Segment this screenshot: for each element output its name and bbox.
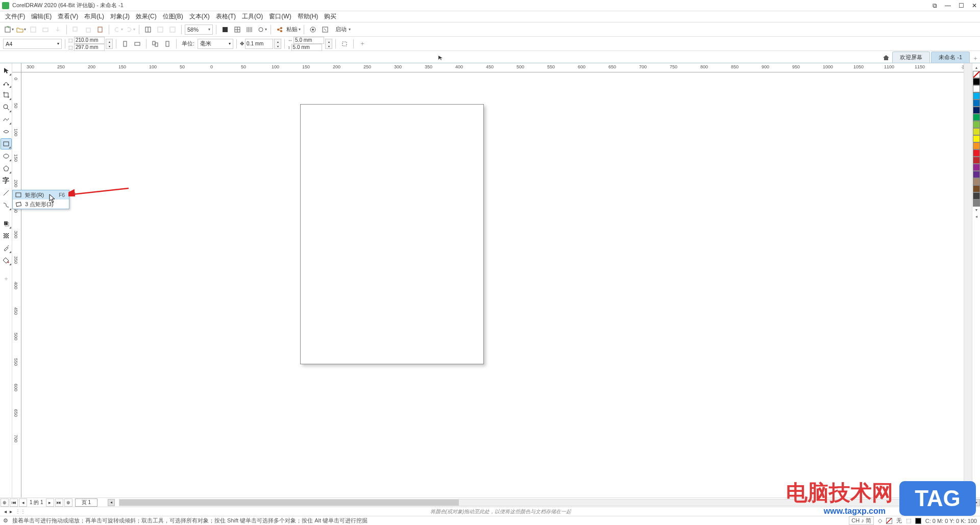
color-swatch[interactable] bbox=[973, 114, 980, 121]
color-swatch[interactable] bbox=[973, 185, 980, 192]
zoom-level-field[interactable]: 58%▾ bbox=[185, 24, 213, 35]
tab-untitled[interactable]: 未命名 -1 bbox=[931, 52, 970, 63]
search-button[interactable] bbox=[142, 24, 154, 35]
color-swatch[interactable] bbox=[973, 99, 980, 107]
import-button[interactable] bbox=[167, 24, 178, 35]
options-button[interactable] bbox=[307, 24, 318, 35]
color-swatch[interactable] bbox=[973, 78, 980, 85]
first-page-button[interactable]: ⏮ bbox=[10, 498, 18, 507]
fill-none-swatch[interactable] bbox=[886, 518, 892, 524]
color-swatch[interactable] bbox=[973, 142, 980, 149]
nudge-field[interactable]: 0.1 mm bbox=[245, 39, 273, 49]
dup-y-field[interactable]: 5.0 mm bbox=[291, 44, 322, 51]
polygon-tool[interactable] bbox=[1, 163, 12, 174]
page-1-tab[interactable]: 页 1 bbox=[75, 498, 97, 507]
color-swatch[interactable] bbox=[973, 85, 980, 92]
fill-tool[interactable] bbox=[1, 255, 12, 266]
fullscreen-button[interactable] bbox=[219, 24, 231, 35]
current-page-button[interactable] bbox=[162, 38, 173, 49]
rectangle-tool[interactable] bbox=[1, 138, 12, 149]
flyout-3point-rectangle[interactable]: 3 点矩形(3) bbox=[13, 199, 69, 209]
color-swatch[interactable] bbox=[973, 149, 980, 157]
export-button[interactable] bbox=[52, 24, 63, 35]
add-button[interactable]: ＋ bbox=[357, 38, 368, 49]
undo-button[interactable]: ▾ bbox=[112, 24, 124, 35]
menu-tools[interactable]: 工具(O) bbox=[239, 11, 266, 22]
palette-up-arrow[interactable]: ▴ bbox=[975, 65, 977, 70]
color-swatch[interactable] bbox=[973, 157, 980, 164]
crop-tool[interactable] bbox=[1, 89, 12, 101]
color-swatch[interactable] bbox=[973, 192, 980, 199]
tab-add-button[interactable]: ＋ bbox=[971, 54, 980, 63]
parallel-dim-tool[interactable] bbox=[1, 187, 12, 198]
paste-group[interactable]: 粘贴 ▾ bbox=[286, 26, 301, 33]
drop-shadow-tool[interactable] bbox=[1, 218, 12, 229]
prev-page-button[interactable]: ◂ bbox=[19, 498, 27, 507]
share-button[interactable] bbox=[274, 24, 285, 35]
add-page-before-button[interactable]: ⊕ bbox=[1, 498, 9, 507]
lang-indicator[interactable]: CH ♪ 简 bbox=[849, 516, 874, 525]
restore-window-icon[interactable]: ⧉ bbox=[931, 2, 938, 9]
next-page-button[interactable]: ▸ bbox=[46, 498, 54, 507]
quick-customize[interactable]: ＋ bbox=[1, 273, 12, 284]
dup-x-field[interactable]: 5.0 mm bbox=[293, 37, 324, 44]
cut-button[interactable] bbox=[82, 24, 93, 35]
no-color-swatch[interactable] bbox=[973, 71, 980, 78]
minimize-window-icon[interactable]: — bbox=[944, 2, 951, 9]
page-width-field[interactable]: 210.0 mm bbox=[74, 37, 105, 44]
table-button[interactable] bbox=[155, 24, 166, 35]
horizontal-ruler[interactable]: 毫米 3002502001501005005010015020025030035… bbox=[21, 63, 972, 72]
dup-spinner[interactable]: ▴▾ bbox=[325, 39, 332, 49]
text-tool[interactable]: 字 bbox=[1, 175, 12, 186]
shape-tool[interactable] bbox=[1, 77, 12, 88]
ellipse-tool[interactable] bbox=[1, 151, 12, 162]
color-swatch[interactable] bbox=[973, 135, 980, 142]
dimension-spinner[interactable]: ▴▾ bbox=[106, 39, 113, 49]
unit-select[interactable]: 毫米 bbox=[198, 39, 233, 49]
menu-edit[interactable]: 编辑(E) bbox=[28, 11, 55, 22]
page-size-preset[interactable]: A4 bbox=[3, 39, 62, 49]
pick-tool-icon[interactable] bbox=[436, 53, 445, 62]
start-button[interactable]: 启动 ▾ bbox=[332, 24, 354, 35]
snap-button[interactable]: ▾ bbox=[256, 24, 267, 35]
grid-button[interactable] bbox=[232, 24, 243, 35]
connector-tool[interactable] bbox=[1, 199, 12, 211]
print-button[interactable] bbox=[40, 24, 51, 35]
tab-welcome[interactable]: 欢迎屏幕 bbox=[892, 52, 930, 63]
drag-handle-icon[interactable]: ⋮⋮ bbox=[15, 509, 26, 514]
last-page-button[interactable]: ⏭ bbox=[55, 498, 63, 507]
color-swatch[interactable] bbox=[973, 199, 980, 207]
all-pages-button[interactable] bbox=[150, 38, 161, 49]
pick-tool[interactable] bbox=[1, 65, 12, 76]
color-swatch[interactable] bbox=[973, 92, 980, 99]
vertical-ruler[interactable]: 0501001502002503003504004505005506006507… bbox=[12, 72, 21, 497]
scroll-left-button[interactable]: ◂ bbox=[108, 499, 115, 506]
arrow-icon-right[interactable]: ▸ bbox=[10, 509, 12, 514]
add-page-after-button[interactable]: ⊕ bbox=[64, 498, 72, 507]
flyout-rectangle[interactable]: 矩形(R) F6 bbox=[13, 190, 69, 199]
color-swatch[interactable] bbox=[973, 128, 980, 135]
open-doc-button[interactable]: ▾ bbox=[15, 24, 27, 35]
color-swatch[interactable] bbox=[973, 171, 980, 178]
portrait-button[interactable] bbox=[119, 38, 131, 49]
page-height-field[interactable]: 297.0 mm bbox=[74, 44, 105, 51]
menu-view[interactable]: 查看(V) bbox=[55, 11, 81, 22]
color-swatch[interactable] bbox=[973, 164, 980, 171]
new-doc-button[interactable]: ▾ bbox=[3, 24, 14, 35]
zoom-tool[interactable] bbox=[1, 102, 12, 113]
canvas-viewport[interactable] bbox=[21, 72, 972, 497]
eyedropper-tool[interactable] bbox=[1, 242, 12, 254]
menu-buy[interactable]: 购买 bbox=[321, 11, 339, 22]
maximize-window-icon[interactable]: ☐ bbox=[958, 2, 965, 9]
landscape-button[interactable] bbox=[132, 38, 143, 49]
launch-icon[interactable] bbox=[320, 24, 331, 35]
gear-icon[interactable]: ⚙ bbox=[3, 517, 8, 524]
outline-swatch[interactable] bbox=[915, 518, 921, 524]
nudge-spinner[interactable]: ▴▾ bbox=[274, 39, 281, 49]
color-swatch[interactable] bbox=[973, 107, 980, 114]
copy-button[interactable] bbox=[70, 24, 81, 35]
close-window-icon[interactable]: ✕ bbox=[971, 2, 978, 9]
clipboard-button[interactable] bbox=[94, 24, 106, 35]
menu-effects[interactable]: 效果(C) bbox=[133, 11, 160, 22]
menu-help[interactable]: 帮助(H) bbox=[295, 11, 322, 22]
